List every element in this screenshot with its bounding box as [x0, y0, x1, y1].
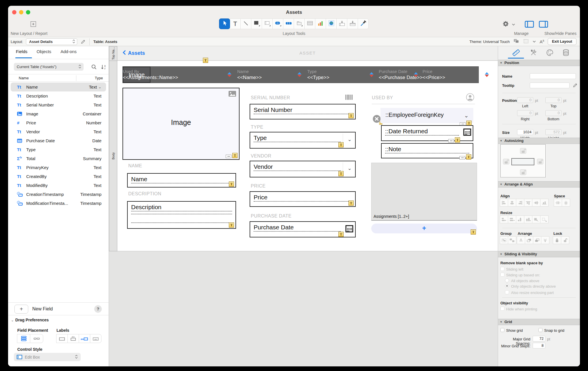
- add-assignment-button[interactable]: + T: [371, 224, 477, 233]
- header-column[interactable]: Used By <<Assignments::Name>>: [123, 67, 178, 80]
- name-field[interactable]: Name T: [127, 173, 236, 188]
- align-middle-icon[interactable]: [532, 199, 540, 207]
- field-row[interactable]: Tt ModifiedBy Text ⌄: [11, 181, 106, 190]
- styles-tab-palette-icon[interactable]: [546, 49, 553, 56]
- drag-preferences-disclosure[interactable]: ⌄Drag Preferences: [11, 318, 49, 322]
- part-label-top-navigation[interactable]: Top Na...: [109, 46, 117, 61]
- resize-to-largest-icon[interactable]: [540, 216, 549, 223]
- label-inside-icon[interactable]: abc: [90, 334, 101, 343]
- edit-tooltip-pencil-icon[interactable]: [573, 83, 578, 89]
- layout-canvas[interactable]: Top Na... Body Assets ASSET T Image Name…: [109, 46, 498, 366]
- button-tool[interactable]: OK: [272, 18, 283, 29]
- position-top-input[interactable]: 0: [545, 97, 561, 103]
- autosize-bottom-lock-icon[interactable]: [520, 169, 526, 175]
- header-column[interactable]: Type <<Type>>: [307, 67, 329, 80]
- layout-selector[interactable]: Asset Details: [26, 38, 77, 45]
- search-icon[interactable]: [91, 64, 97, 71]
- part-tool[interactable]: [347, 18, 358, 29]
- type-dropdown-field[interactable]: Type ⌄ T: [250, 132, 356, 149]
- show-right-pane-button[interactable]: [539, 20, 548, 29]
- description-field[interactable]: Description T: [127, 201, 236, 229]
- line-tool[interactable]: [240, 18, 251, 29]
- date-returned-field[interactable]: ::Date Returned T: [381, 125, 473, 141]
- column-header-name[interactable]: Name: [19, 76, 29, 80]
- list-header-row[interactable]: Image Name <<Name>> Type <<Type>> Purcha…: [122, 66, 479, 83]
- side-by-side-fields-icon[interactable]: [30, 334, 43, 343]
- size-height-input[interactable]: 572: [545, 129, 561, 135]
- field-row[interactable]: Tt Type Text ⌄: [11, 145, 106, 154]
- field-tool[interactable]: [262, 18, 273, 29]
- field-row[interactable]: Purchase Date Date ⌄: [11, 136, 106, 145]
- tab-objects[interactable]: Objects: [37, 49, 51, 54]
- grid-section-header[interactable]: Grid: [498, 319, 580, 325]
- price-field[interactable]: Price T: [250, 191, 356, 207]
- field-row[interactable]: Tt PrimaryKey Text ⌄: [11, 163, 106, 172]
- sort-icon[interactable]: az: [100, 64, 107, 71]
- sort-diamond-icon[interactable]: [414, 72, 418, 77]
- bring-to-front-icon[interactable]: [517, 236, 525, 244]
- theme-icon[interactable]: [513, 38, 520, 45]
- field-row[interactable]: Tt Vendor Text ⌄: [11, 127, 106, 136]
- text-tool[interactable]: T: [230, 18, 241, 29]
- send-backward-icon[interactable]: [533, 236, 541, 244]
- new-field-button[interactable]: +: [14, 305, 28, 314]
- chart-tool[interactable]: [315, 18, 326, 29]
- sliding-up-checkbox[interactable]: [500, 273, 504, 277]
- major-grid-spacing-input[interactable]: 72: [533, 336, 545, 342]
- selection-style-icon[interactable]: [523, 39, 529, 45]
- manage-chevron-icon[interactable]: [512, 22, 515, 27]
- stacked-fields-icon[interactable]: [17, 334, 30, 343]
- show-left-pane-button[interactable]: [525, 20, 534, 29]
- autosizing-widget[interactable]: [500, 144, 546, 177]
- resize-height-largest-icon[interactable]: [524, 216, 532, 223]
- image-container-field[interactable]: Image T: [122, 88, 240, 160]
- arrange-section-header[interactable]: Arrange & Align: [498, 181, 580, 188]
- data-tab-database-icon[interactable]: [562, 49, 570, 56]
- sliding-left-checkbox[interactable]: [500, 267, 504, 271]
- autosize-right-lock-icon[interactable]: [537, 159, 543, 164]
- zoom-window-button[interactable]: [26, 10, 30, 14]
- label-above-icon[interactable]: abc: [67, 334, 79, 343]
- minor-grid-steps-input[interactable]: 8: [533, 343, 545, 348]
- field-row[interactable]: Σfx Total Summary ⌄: [11, 154, 106, 163]
- calendar-icon[interactable]: [463, 128, 471, 137]
- snap-to-grid-checkbox[interactable]: [538, 328, 542, 332]
- table-scope-selector[interactable]: Current Table (“Assets”): [14, 63, 84, 71]
- eyedropper-tool[interactable]: [358, 18, 369, 29]
- sort-diamond-icon[interactable]: [485, 72, 489, 77]
- sort-diamond-icon[interactable]: [297, 72, 301, 77]
- label-left-icon[interactable]: abc: [79, 334, 90, 343]
- send-to-back-icon[interactable]: [541, 236, 549, 244]
- field-row[interactable]: Image Container ⌄: [11, 109, 106, 118]
- purchase-date-field[interactable]: Purchase Date T: [250, 221, 356, 237]
- align-bottom-icon[interactable]: [540, 199, 549, 207]
- autosizing-section-header[interactable]: Autosizing: [498, 138, 580, 144]
- resize-width-smallest-icon[interactable]: [500, 216, 508, 223]
- font-size-icon[interactable]: Aa: [540, 39, 544, 44]
- field-row[interactable]: CreationTimestamp Timestamp ⌄: [11, 190, 106, 199]
- ungroup-icon[interactable]: [508, 236, 516, 244]
- space-horizontally-icon[interactable]: [554, 199, 562, 207]
- tab-addons[interactable]: Add-ons: [61, 49, 77, 54]
- field-row[interactable]: Tt Name Text ⌄: [11, 83, 106, 91]
- help-button[interactable]: ?: [94, 305, 102, 313]
- field-picker-tool[interactable]: [336, 18, 347, 29]
- autosize-left-lock-icon[interactable]: [503, 159, 509, 164]
- resize-height-smallest-icon[interactable]: [516, 216, 524, 223]
- tooltip-input[interactable]: [530, 83, 570, 88]
- also-resize-checkbox[interactable]: [505, 290, 509, 294]
- position-section-header[interactable]: Position: [498, 60, 580, 66]
- resize-to-smallest-icon[interactable]: [532, 216, 540, 223]
- new-layout-button[interactable]: [29, 20, 37, 29]
- vendor-dropdown-field[interactable]: Vendor ⌄ T: [250, 161, 356, 177]
- note-field[interactable]: ::Note T: [381, 143, 473, 158]
- field-row[interactable]: Tt Serial Number Text ⌄: [11, 100, 106, 109]
- autosize-top-lock-icon[interactable]: [520, 148, 526, 154]
- object-name-input[interactable]: [530, 73, 576, 79]
- control-style-selector[interactable]: Edit Box: [14, 353, 81, 361]
- bring-forward-icon[interactable]: [525, 236, 533, 244]
- tab-fields[interactable]: Fields: [16, 49, 27, 54]
- resize-width-largest-icon[interactable]: [508, 216, 516, 223]
- align-center-horizontal-icon[interactable]: [508, 199, 516, 207]
- column-header-type[interactable]: Type: [95, 76, 103, 80]
